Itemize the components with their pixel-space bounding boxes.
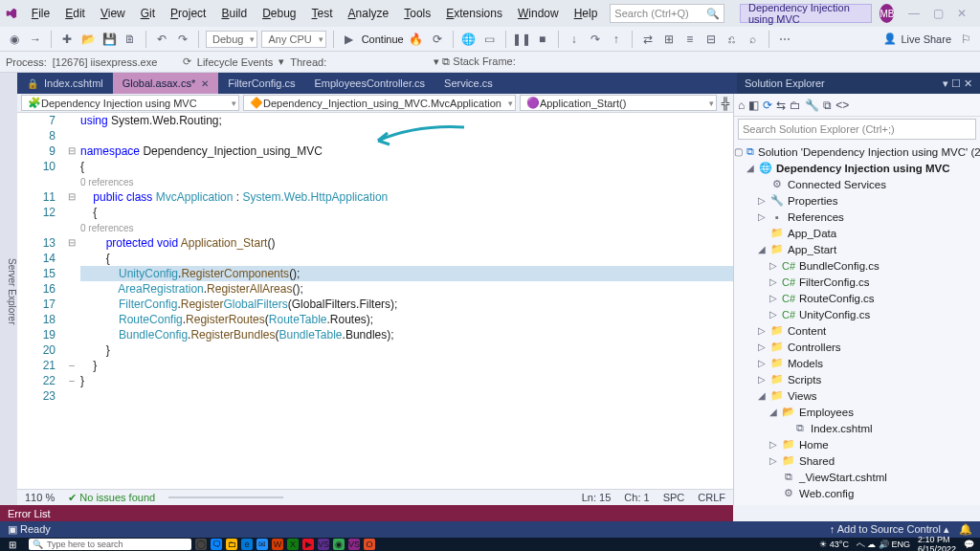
lifecycle-icon[interactable]: ⟳ [183, 55, 191, 68]
live-share-button[interactable]: 👤 Live Share [883, 33, 951, 45]
undo-icon[interactable]: ↶ [153, 31, 170, 48]
tree-web-config[interactable]: ⚙Web.config [734, 485, 980, 501]
solution-name-pill[interactable]: Dependency Injection using MVC [740, 4, 872, 23]
showall-icon[interactable]: 🗀 [790, 99, 801, 112]
tree-employees[interactable]: ◢📂Employees [734, 404, 980, 420]
taskbar-search[interactable]: 🔍 Type here to search [29, 539, 191, 550]
solexp-search[interactable]: Search Solution Explorer (Ctrl+;) [738, 119, 976, 140]
menu-file[interactable]: File [25, 4, 56, 23]
menu-view[interactable]: View [94, 4, 132, 23]
sync-icon[interactable]: ⇆ [776, 99, 786, 112]
tab-employeescontroller-cs[interactable]: EmployeesController.cs [304, 73, 434, 94]
redo-icon[interactable]: ↷ [174, 31, 191, 48]
misc-6[interactable]: ⌕ [745, 31, 762, 48]
menu-project[interactable]: Project [164, 4, 212, 23]
misc-1[interactable]: ⇄ [639, 31, 657, 48]
menu-tools[interactable]: Tools [397, 4, 437, 23]
code-icon[interactable]: <> [835, 99, 849, 112]
tree-app-start[interactable]: ◢📁App_Start [734, 241, 980, 257]
menu-build[interactable]: Build [214, 4, 254, 23]
menu-help[interactable]: Help [568, 4, 605, 23]
tree-connected-services[interactable]: ⚙Connected Services [734, 176, 980, 192]
tree-scripts[interactable]: ▷📁Scripts [734, 371, 980, 387]
issues-indicator[interactable]: ✔ No issues found [68, 492, 155, 504]
tree-favicon-ico[interactable]: ◓favicon.ico [734, 501, 980, 505]
window-icon[interactable]: ▭ [481, 31, 499, 48]
misc-5[interactable]: ⎌ [724, 31, 741, 48]
save-all-icon[interactable]: 🗎 [122, 31, 139, 48]
maximize-button[interactable]: ▢ [926, 4, 950, 23]
user-avatar[interactable]: MB [880, 4, 894, 23]
minimize-button[interactable]: — [902, 4, 925, 23]
error-list-panel[interactable]: Error List [0, 505, 733, 521]
misc-4[interactable]: ⊟ [702, 31, 720, 48]
refresh-icon[interactable]: ⟳ [763, 99, 772, 112]
tree-solution--dependency-injection-using-mvc---2-of-2-proje[interactable]: ▢⧉Solution 'Dependency Injection using M… [734, 143, 980, 160]
tree-bundleconfig-cs[interactable]: ▷C#BundleConfig.cs [734, 257, 980, 274]
menu-edit[interactable]: Edit [58, 4, 92, 23]
zoom-level[interactable]: 110 % [25, 492, 55, 503]
tab-service-cs[interactable]: Service.cs [434, 73, 502, 94]
tree-views[interactable]: ◢📁Views [734, 387, 980, 404]
tree-controllers[interactable]: ▷📁Controllers [734, 339, 980, 355]
tree-content[interactable]: ▷📁Content [734, 322, 980, 339]
tree-routeconfig-cs[interactable]: ▷C#RouteConfig.cs [734, 290, 980, 306]
properties-icon[interactable]: 🔧 [805, 99, 819, 112]
tree-references[interactable]: ▷▪References [734, 209, 980, 225]
restart-icon[interactable]: ⟳ [429, 31, 446, 48]
tree-properties[interactable]: ▷🔧Properties [734, 192, 980, 209]
continue-icon[interactable]: ▶ [341, 31, 358, 48]
taskbar-apps[interactable]: ◯🗨 🗀e ✉W X▶ VS◉ VSO [195, 539, 375, 550]
pause-icon[interactable]: ❚❚ [513, 31, 530, 48]
menu-test[interactable]: Test [305, 4, 340, 23]
tree-unityconfig-cs[interactable]: ▷C#UnityConfig.cs [734, 306, 980, 322]
split-icon[interactable]: ╬ [721, 97, 729, 110]
open-file-icon[interactable]: 📂 [79, 31, 97, 48]
solution-tree[interactable]: ▢⧉Solution 'Dependency Injection using M… [734, 142, 980, 505]
misc-3[interactable]: ≡ [681, 31, 699, 48]
code-editor[interactable]: 7891011121314151617181920212223 ⊟⊟⊟–– us… [17, 113, 733, 489]
type-dropdown[interactable]: 🔶 Dependency_Injection_using_MVC.MvcAppl… [243, 95, 516, 111]
tree-index-cshtml[interactable]: ⧉Index.cshtml [734, 420, 980, 436]
nav-back-icon[interactable]: ◉ [6, 31, 23, 48]
menu-git[interactable]: Git [134, 4, 162, 23]
start-button[interactable]: ⊞ [0, 538, 25, 551]
preview-icon[interactable]: ⧉ [823, 99, 832, 112]
step-over-icon[interactable]: ↷ [587, 31, 604, 48]
solution-explorer-title[interactable]: Solution Explorer ▾ ☐ ✕ [737, 73, 980, 94]
close-button[interactable]: ✕ [950, 4, 974, 23]
tab-global-asax-cs-[interactable]: Global.asax.cs*✕ [113, 73, 218, 94]
tree-models[interactable]: ▷📁Models [734, 355, 980, 371]
misc-7[interactable]: ⋯ [776, 31, 793, 48]
home-icon[interactable]: ⌂ [738, 99, 745, 112]
browser-icon[interactable]: 🌐 [460, 31, 478, 48]
member-dropdown[interactable]: 🟣 Application_Start() [520, 95, 718, 111]
new-file-icon[interactable]: ✚ [58, 31, 76, 48]
tree-app-data[interactable]: 📁App_Data [734, 225, 980, 241]
system-tray[interactable]: ☀ 43°C へ ☁ 🔊 ENG 2:10 PM6/15/2022 💬 [819, 535, 980, 551]
stop-icon[interactable]: ■ [534, 31, 551, 48]
misc-2[interactable]: ⊞ [660, 31, 678, 48]
menu-debug[interactable]: Debug [256, 4, 302, 23]
step-out-icon[interactable]: ↑ [608, 31, 625, 48]
tree-filterconfig-cs[interactable]: ▷C#FilterConfig.cs [734, 274, 980, 290]
menu-window[interactable]: Window [511, 4, 566, 23]
nav-fwd-icon[interactable]: → [27, 31, 44, 48]
process-select[interactable]: [12676] iisexpress.exe [53, 56, 177, 68]
continue-label[interactable]: Continue [362, 33, 404, 45]
tab-index-cshtml[interactable]: 🔒Index.cshtml [17, 73, 113, 94]
platform-select[interactable]: Any CPU [261, 31, 325, 48]
tree-shared[interactable]: ▷📁Shared [734, 452, 980, 469]
tree-dependency-injection-using-mvc[interactable]: ◢🌐Dependency Injection using MVC [734, 160, 980, 176]
step-into-icon[interactable]: ↓ [566, 31, 583, 48]
project-dropdown[interactable]: 🧩 Dependency Injection using MVC [21, 95, 239, 111]
quick-search[interactable]: Search (Ctrl+Q)🔍 [610, 4, 724, 23]
menu-extensions[interactable]: Extensions [439, 4, 509, 23]
collapse-icon[interactable]: ◧ [748, 99, 759, 112]
menu-analyze[interactable]: Analyze [342, 4, 396, 23]
left-rail[interactable]: Server Explorer [0, 73, 17, 505]
tree-home[interactable]: ▷📁Home [734, 436, 980, 452]
tab-filterconfig-cs[interactable]: FilterConfig.cs [218, 73, 304, 94]
feedback-icon[interactable]: ⚐ [957, 31, 974, 48]
config-select[interactable]: Debug [206, 31, 257, 48]
